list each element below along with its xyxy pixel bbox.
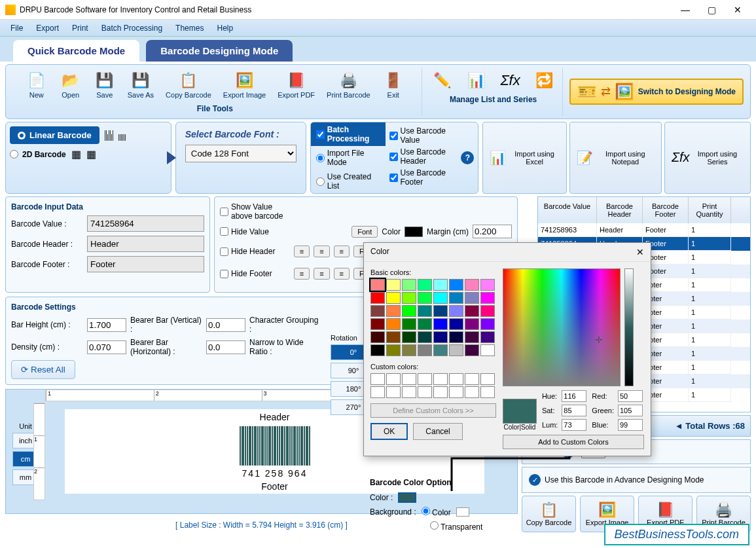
basic-color-swatch[interactable] <box>465 305 479 317</box>
basic-color-swatch[interactable] <box>370 305 385 317</box>
basic-color-swatch[interactable] <box>449 344 463 356</box>
print-barcode-button[interactable]: 🖨️Print Barcode <box>321 69 376 101</box>
import-notepad-button[interactable]: 📝Import using Notepad <box>569 122 662 194</box>
basic-color-swatch[interactable] <box>402 344 416 356</box>
align-right-button[interactable]: ≡ <box>334 246 350 257</box>
bg-color-radio[interactable]: Color <box>422 507 451 517</box>
basic-color-swatch[interactable] <box>465 318 479 330</box>
color-gradient[interactable]: ✛ <box>503 268 621 386</box>
copy-barcode-button[interactable]: 📋Copy Barcode <box>160 69 217 101</box>
menu-print[interactable]: Print <box>65 21 95 35</box>
basic-color-swatch[interactable] <box>480 292 495 304</box>
basic-color-swatch[interactable] <box>402 292 416 304</box>
swap-button[interactable]: 🔁 <box>528 69 561 92</box>
basic-color-swatch[interactable] <box>370 292 385 304</box>
custom-color-swatch[interactable] <box>370 373 385 385</box>
menu-themes[interactable]: Themes <box>169 21 210 35</box>
align-right-button[interactable]: ≡ <box>334 268 350 280</box>
tab-quick-mode[interactable]: Quick Barcode Mode <box>13 40 139 62</box>
bearerh-input[interactable] <box>206 340 245 354</box>
basic-color-swatch[interactable] <box>386 331 401 343</box>
basic-color-swatch[interactable] <box>433 279 448 291</box>
barheight-input[interactable] <box>87 318 126 332</box>
basic-color-swatch[interactable] <box>433 331 448 343</box>
saveas-button[interactable]: 💾Save As <box>122 69 159 101</box>
use-created-list-radio[interactable]: Use Created List <box>311 170 386 193</box>
basic-color-swatch[interactable] <box>480 305 495 317</box>
import-excel-button[interactable]: 📊Import using Excel <box>482 122 566 194</box>
barcode-color-swatch[interactable] <box>398 492 416 503</box>
barcode-font-select[interactable]: Code 128 Font <box>185 145 297 162</box>
show-above-check[interactable]: Show Value above barcode <box>220 202 292 221</box>
basic-color-swatch[interactable] <box>402 318 416 330</box>
menu-export[interactable]: Export <box>29 21 65 35</box>
bg-transparent-radio[interactable]: Transparent <box>430 521 482 532</box>
align-left-button[interactable]: ≡ <box>294 246 310 257</box>
cancel-button[interactable]: Cancel <box>413 423 462 440</box>
edit-list-button[interactable]: ✏️ <box>426 69 459 92</box>
basic-color-swatch[interactable] <box>449 292 463 304</box>
add-custom-button[interactable]: Add to Custom Colors <box>503 435 644 449</box>
help-icon[interactable]: ? <box>461 151 474 164</box>
use-value-check[interactable]: Use Barcode Value <box>389 126 454 145</box>
minimize-button[interactable]: — <box>672 5 698 15</box>
save-button[interactable]: 💾Save <box>88 69 121 101</box>
barcode-value-input[interactable] <box>87 215 204 232</box>
basic-color-swatch[interactable] <box>386 318 401 330</box>
density-input[interactable] <box>87 340 126 354</box>
basic-color-swatch[interactable] <box>480 331 495 343</box>
basic-color-swatch[interactable] <box>402 279 416 291</box>
basic-color-swatch[interactable] <box>418 305 432 317</box>
basic-color-swatch[interactable] <box>386 279 401 291</box>
reset-all-button[interactable]: ⟳Reset All <box>11 360 75 379</box>
menu-file[interactable]: File <box>4 21 29 35</box>
import-series-button[interactable]: ΣfxImport using Series <box>664 122 751 194</box>
lum-input[interactable] <box>562 419 586 431</box>
hide-value-check[interactable]: Hide Value <box>220 227 292 236</box>
table-row[interactable]: 741258963HeaderFooter1 <box>538 223 750 237</box>
linear-barcode-radio[interactable]: Linear Barcode <box>10 126 99 144</box>
value-color-swatch[interactable] <box>405 227 423 237</box>
basic-color-swatch[interactable] <box>370 318 385 330</box>
barcode-header-input[interactable] <box>87 236 204 252</box>
green-input[interactable] <box>618 405 643 416</box>
basic-color-swatch[interactable] <box>449 318 463 330</box>
menu-batch[interactable]: Batch Processing <box>95 21 169 35</box>
switch-mode-button[interactable]: 🎫 ⇄ 🖼️ Switch to Designing Mode <box>569 79 744 105</box>
basic-color-swatch[interactable] <box>433 344 448 356</box>
2d-barcode-radio[interactable]: 2D Barcode <box>10 150 66 159</box>
value-margin-input[interactable] <box>473 225 512 238</box>
basic-color-swatch[interactable] <box>449 305 463 317</box>
fx-button[interactable]: Σfx <box>494 69 527 92</box>
basic-color-swatch[interactable] <box>433 305 448 317</box>
value-font-button[interactable]: Font <box>351 226 378 238</box>
basic-color-swatch[interactable] <box>418 344 432 356</box>
basic-color-swatch[interactable] <box>386 305 401 317</box>
basic-color-swatch[interactable] <box>402 331 416 343</box>
bg-color-swatch[interactable] <box>456 507 469 517</box>
basic-color-swatch[interactable] <box>386 344 401 356</box>
bearerv-input[interactable] <box>206 318 245 332</box>
maximize-button[interactable]: ▢ <box>698 5 725 15</box>
hide-footer-check[interactable]: Hide Footer <box>220 269 290 278</box>
luminance-bar[interactable] <box>624 268 634 386</box>
basic-color-swatch[interactable] <box>386 292 401 304</box>
basic-color-swatch[interactable] <box>433 318 448 330</box>
basic-color-swatch[interactable] <box>480 318 495 330</box>
blue-input[interactable] <box>618 419 643 431</box>
basic-color-swatch[interactable] <box>370 344 385 356</box>
basic-color-swatch[interactable] <box>465 292 479 304</box>
basic-color-swatch[interactable] <box>370 331 385 343</box>
open-button[interactable]: 📂Open <box>54 69 87 101</box>
basic-color-swatch[interactable] <box>465 331 479 343</box>
copy-barcode-button[interactable]: 📋Copy Barcode <box>522 496 576 532</box>
hue-input[interactable] <box>562 390 586 402</box>
basic-color-swatch[interactable] <box>465 344 479 356</box>
sat-input[interactable] <box>562 405 586 416</box>
basic-color-swatch[interactable] <box>418 318 432 330</box>
exit-button[interactable]: 🚪Exit <box>377 69 410 101</box>
ok-button[interactable]: OK <box>370 423 408 440</box>
basic-color-swatch[interactable] <box>449 279 463 291</box>
basic-color-swatch[interactable] <box>418 331 432 343</box>
align-left-button[interactable]: ≡ <box>294 268 310 280</box>
